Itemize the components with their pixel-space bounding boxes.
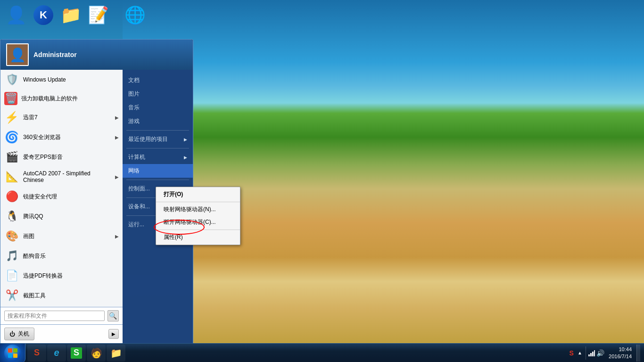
menu-label-screenshot: 截图工具	[23, 292, 119, 300]
ctx-item-properties[interactable]: 属性(R)	[156, 231, 240, 244]
taskbar-item-sogou[interactable]: S	[27, 345, 46, 362]
menu-label-qq: 腾讯QQ	[23, 213, 119, 221]
right-item-recent[interactable]: 最近使用的项目 ▶	[123, 132, 193, 146]
recent-arrow: ▶	[184, 137, 187, 142]
clock-date: 2016/7/14	[609, 353, 632, 360]
menu-label-aiqiyi: 爱奇艺PPS影音	[23, 153, 119, 161]
right-item-network[interactable]: 网络	[123, 164, 193, 178]
word-desktop-icon[interactable]: 📝	[87, 4, 109, 26]
taskbar-item-wps[interactable]: S	[67, 345, 86, 362]
svg-rect-5	[590, 353, 592, 356]
menu-label-xunlei: 迅雷7	[23, 114, 111, 122]
screenshot-icon: ✂️	[4, 288, 19, 303]
xunlei-icon: ⚡	[4, 110, 19, 125]
clock[interactable]: 10:44 2016/7/14	[606, 346, 635, 360]
xunlei-arrow: ▶	[115, 115, 119, 120]
menu-item-qq[interactable]: 🐧 腾讯QQ	[0, 206, 123, 226]
desktop: 👤 K 📁 📝 🌐 👤 Administrator	[0, 0, 644, 362]
menu-label-xunjie-pdf: 迅捷PDF转换器	[23, 272, 119, 280]
svg-rect-1	[13, 348, 17, 353]
menu-label-uninstall-software: 强力卸载电脑上的软件	[21, 95, 119, 103]
taskbar-item-explorer[interactable]: 📁	[107, 345, 125, 362]
right-item-music[interactable]: 音乐	[123, 101, 193, 115]
system-tray: S ▲ 🔊	[568, 346, 604, 360]
user-avatar: 👤	[6, 43, 29, 66]
aiqiyi-icon: 🎬	[4, 149, 19, 165]
menu-label-kudog: 酷狗音乐	[23, 252, 119, 260]
menu-item-kudog[interactable]: 🎵 酷狗音乐	[0, 246, 123, 266]
shutdown-icon: ⏻	[9, 331, 15, 337]
menu-item-screenshot[interactable]: ✂️ 截图工具	[0, 286, 123, 305]
uninstall-software-icon: 🗑️	[4, 92, 17, 105]
right-divider-2	[126, 148, 189, 148]
start-button[interactable]	[0, 344, 25, 362]
menu-label-windows-update: Windows Update	[23, 76, 119, 83]
clock-time: 10:44	[609, 346, 632, 353]
taskbar: S e S 🧑 📁 S ▲	[0, 343, 644, 362]
qq-icon: 🐧	[4, 209, 19, 224]
menu-item-360browser[interactable]: 🌀 360安全浏览器 ▶	[0, 127, 123, 147]
ctx-item-map-drive[interactable]: 映射网络驱动器(N)...	[156, 203, 240, 216]
start-menu-header: 👤 Administrator	[0, 40, 193, 70]
svg-rect-2	[8, 354, 12, 358]
svg-rect-4	[588, 354, 590, 356]
svg-rect-3	[13, 354, 17, 358]
right-divider-3	[126, 180, 189, 180]
ctx-divider-1	[156, 202, 240, 202]
start-search-bar: 🔍	[0, 307, 123, 324]
menu-item-paint[interactable]: 🎨 画图 ▶	[0, 226, 123, 246]
taskbar-item-ie[interactable]: e	[47, 345, 66, 362]
ctx-item-open[interactable]: 打开(O)	[156, 188, 240, 201]
right-item-computer[interactable]: 计算机 ▶	[123, 150, 193, 164]
start-menu-left: 🛡️ Windows Update 🗑️ 强力卸载电脑上的软件 ⚡ 迅雷7 ▶	[0, 70, 123, 343]
menu-item-aiqiyi[interactable]: 🎬 爱奇艺PPS影音	[0, 147, 123, 167]
search-input[interactable]	[4, 311, 105, 321]
right-item-docs[interactable]: 文档	[123, 74, 193, 87]
ctx-open-label: 打开(O)	[164, 191, 183, 197]
menu-item-security-agent[interactable]: 🔴 锐捷安全代理	[0, 187, 123, 206]
paint-icon: 🎨	[4, 229, 19, 244]
username: Administrator	[33, 51, 77, 58]
folder-desktop-icon[interactable]: 📁	[59, 4, 82, 26]
menu-item-uninstall-software[interactable]: 🗑️ 强力卸载电脑上的软件	[0, 90, 123, 107]
right-divider-1	[126, 130, 189, 131]
search-button[interactable]: 🔍	[107, 310, 119, 321]
menu-item-xunlei[interactable]: ⚡ 迅雷7 ▶	[0, 107, 123, 127]
svg-rect-7	[594, 350, 595, 356]
tray-expand-arrow[interactable]: ▲	[576, 349, 584, 357]
menu-item-autocad[interactable]: 📐 AutoCAD 2007 - Simplified Chinese ▶	[0, 167, 123, 187]
start-menu-items: 🛡️ Windows Update 🗑️ 强力卸载电脑上的软件 ⚡ 迅雷7 ▶	[0, 70, 123, 307]
network-desktop-icon[interactable]: 🌐	[124, 4, 146, 26]
right-item-pictures[interactable]: 图片	[123, 87, 193, 101]
show-desktop-button[interactable]	[636, 345, 640, 362]
shutdown-button[interactable]: ⏻ 关机	[4, 328, 34, 340]
shutdown-arrow-button[interactable]: ▶	[108, 329, 119, 339]
start-orb	[4, 345, 21, 362]
shutdown-label: 关机	[18, 330, 29, 338]
svg-rect-0	[8, 348, 12, 353]
paint-arrow: ▶	[115, 234, 119, 239]
menu-item-windows-update[interactable]: 🛡️ Windows Update	[0, 70, 123, 90]
windows-logo-icon	[8, 348, 18, 358]
ctx-divider-2	[156, 230, 240, 230]
tray-red-s[interactable]: S	[568, 349, 575, 357]
360browser-icon: 🌀	[4, 130, 19, 145]
k-desktop-icon[interactable]: K	[32, 4, 55, 26]
kudog-icon: 🎵	[4, 248, 19, 263]
taskbar-right: S ▲ 🔊 10:44 2016/7/14	[564, 345, 644, 362]
menu-label-paint: 画图	[23, 232, 111, 240]
taskbar-item-photo[interactable]: 🧑	[87, 345, 106, 362]
security-agent-icon: 🔴	[4, 189, 19, 204]
user-desktop-icon[interactable]: 👤	[5, 4, 27, 26]
tray-separator	[586, 346, 586, 360]
right-item-games[interactable]: 游戏	[123, 115, 193, 128]
recent-label: 最近使用的项目	[128, 135, 168, 143]
ctx-item-disconnect-drive[interactable]: 断开网络驱动器(C)...	[156, 216, 240, 229]
autocad-arrow: ▶	[115, 174, 119, 180]
tray-network-icon[interactable]	[588, 349, 595, 357]
tray-volume-icon[interactable]: 🔊	[596, 349, 604, 357]
menu-item-xunjie-pdf[interactable]: 📄 迅捷PDF转换器	[0, 266, 123, 286]
computer-arrow: ▶	[184, 155, 187, 160]
start-shutdown-row: ⏻ 关机 ▶	[0, 324, 123, 343]
desktop-background	[123, 0, 644, 343]
